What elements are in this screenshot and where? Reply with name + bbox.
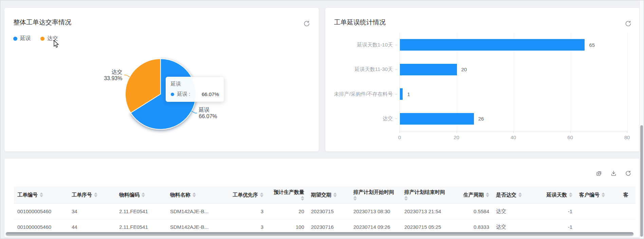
sort-icon[interactable] — [404, 196, 408, 201]
vertical-scrollbar-thumb[interactable] — [640, 125, 643, 237]
tooltip-series-dot — [171, 93, 174, 96]
table-header-row: 工单编号工单序号物料编码物料名称工单优先序预计生产数量期望交期排产计划开始时间排… — [14, 186, 636, 203]
x-axis-tick-label: 80 — [620, 134, 634, 140]
data-table-container: 工单编号工单序号物料编码物料名称工单优先序预计生产数量期望交期排产计划开始时间排… — [14, 186, 636, 233]
column-header-11[interactable]: 是否达交 — [493, 186, 533, 203]
axis-tick — [570, 131, 571, 133]
gridline — [627, 33, 628, 131]
sort-icon[interactable] — [260, 192, 263, 197]
caret-up-icon — [602, 192, 605, 195]
bar-panel-title: 工单延误统计情况 — [334, 18, 386, 27]
column-header-label: 排产计划结束时间 — [404, 189, 445, 195]
pie-label-line — [191, 111, 197, 113]
axis-tick — [395, 94, 397, 94]
column-header-5[interactable]: 工单优先序 — [224, 186, 267, 203]
table-cell: 20230713 08:30 — [350, 203, 401, 219]
column-header-14[interactable]: 客 — [620, 186, 636, 203]
table-cell — [620, 203, 636, 219]
caret-up-icon — [569, 192, 572, 195]
bar-panel: 工单延误统计情况 延误天数1-10天延误天数11-30天未排产/采购件/不存在料… — [325, 8, 640, 151]
axis-tick — [627, 131, 627, 133]
column-header-13[interactable]: 客户编号 — [576, 186, 620, 203]
table-cell: 20230715 05:25 — [401, 219, 452, 233]
bar-达交[interactable] — [400, 113, 474, 125]
caret-up-icon — [404, 196, 408, 198]
caret-up-icon — [40, 192, 43, 195]
axis-tick — [395, 69, 397, 70]
column-header-4[interactable]: 物料名称 — [167, 186, 224, 203]
table-cell: SDM142AJE-B... — [167, 203, 224, 219]
column-header-label: 预计生产数量 — [274, 189, 304, 195]
bar-row: 1 — [400, 82, 627, 107]
bar-category: 达交 — [325, 107, 397, 131]
sort-icon[interactable] — [353, 196, 357, 201]
caret-up-icon — [301, 196, 304, 198]
copy-plus-icon[interactable] — [596, 170, 602, 177]
refresh-icon[interactable] — [625, 170, 631, 177]
bar-value-label: 20 — [461, 67, 467, 72]
caret-down-icon — [192, 195, 196, 197]
caret-up-icon — [260, 192, 263, 195]
table-cell: 001000005460 — [14, 203, 68, 219]
column-header-label: 客户编号 — [579, 192, 600, 198]
sort-icon[interactable] — [602, 192, 605, 197]
horizontal-scrollbar-thumb[interactable] — [6, 232, 633, 236]
sort-icon[interactable] — [518, 192, 522, 197]
table-cell: 达交 — [493, 203, 533, 219]
column-header-6[interactable]: 预计生产数量 — [267, 186, 308, 203]
sort-icon[interactable] — [486, 192, 489, 197]
column-header-label: 期望交期 — [311, 192, 331, 198]
table-cell: 3 — [224, 219, 267, 233]
sort-icon[interactable] — [301, 196, 304, 201]
table-cell — [620, 219, 636, 233]
column-header-1[interactable]: 工单编号 — [14, 186, 68, 203]
caret-up-icon — [518, 192, 522, 195]
column-header-7[interactable]: 期望交期 — [308, 186, 350, 203]
table-row: 001000005460442.11.FE0541SDM142AJE-B...3… — [14, 219, 636, 233]
pie-panel: 整体工单达交率情况 延误 达交 延误 66.07% — [4, 8, 319, 151]
data-table: 工单编号工单序号物料编码物料名称工单优先序预计生产数量期望交期排产计划开始时间排… — [14, 186, 636, 233]
bar-未排产/采购件/不存在料号[interactable] — [400, 88, 403, 100]
caret-down-icon — [94, 195, 97, 197]
column-header-label: 物料编码 — [119, 192, 140, 198]
sort-icon[interactable] — [192, 192, 196, 197]
refresh-icon[interactable] — [624, 20, 632, 28]
table-cell: 3 — [224, 203, 267, 219]
column-header-12[interactable]: 延误天数 — [533, 186, 576, 203]
column-header-label: 工单编号 — [17, 192, 38, 198]
vertical-scrollbar-track[interactable] — [639, 0, 644, 239]
column-header-3[interactable]: 物料编码 — [116, 186, 167, 203]
table-cell: 0.5584 — [452, 203, 493, 219]
axis-tick — [457, 131, 457, 133]
table-row: 001000005460342.11.FE0541SDM142AJE-B...3… — [14, 203, 636, 219]
download-icon[interactable] — [610, 170, 617, 177]
sort-icon[interactable] — [333, 192, 337, 197]
bar-category: 延误天数11-30天 — [325, 57, 397, 82]
table-panel: 工单编号工单序号物料编码物料名称工单优先序预计生产数量期望交期排产计划开始时间排… — [4, 159, 640, 237]
table-cell — [576, 203, 620, 219]
sort-icon[interactable] — [94, 192, 97, 197]
sort-icon[interactable] — [40, 192, 43, 197]
column-header-2[interactable]: 工单序号 — [68, 186, 116, 203]
x-axis-tick-label: 40 — [506, 134, 521, 140]
caret-up-icon — [192, 192, 196, 195]
pie-slice-label-dajiao: 达交 33.93% — [104, 69, 122, 81]
column-header-label: 延误天数 — [547, 192, 567, 198]
download-icon — [610, 170, 617, 177]
table-cell: 20230713 21:54 — [401, 203, 452, 219]
table-toolbar — [596, 170, 631, 177]
bar-row: 26 — [400, 107, 627, 131]
bar-延误天数11-30天[interactable] — [400, 64, 457, 75]
sort-icon[interactable] — [569, 192, 572, 197]
column-header-8[interactable]: 排产计划开始时间 — [350, 186, 401, 203]
caret-up-icon — [94, 192, 97, 195]
column-header-10[interactable]: 生产周期 — [452, 186, 493, 203]
table-cell: 20230714 09:26 — [350, 219, 401, 233]
table-cell: 2.11.FE0541 — [116, 219, 167, 233]
refresh-icon — [625, 20, 632, 27]
copy-plus-icon — [596, 170, 602, 177]
sort-icon[interactable] — [142, 192, 145, 197]
axis-tick — [395, 45, 397, 45]
column-header-9[interactable]: 排产计划结束时间 — [401, 186, 452, 203]
bar-延误天数1-10天[interactable] — [400, 39, 585, 51]
